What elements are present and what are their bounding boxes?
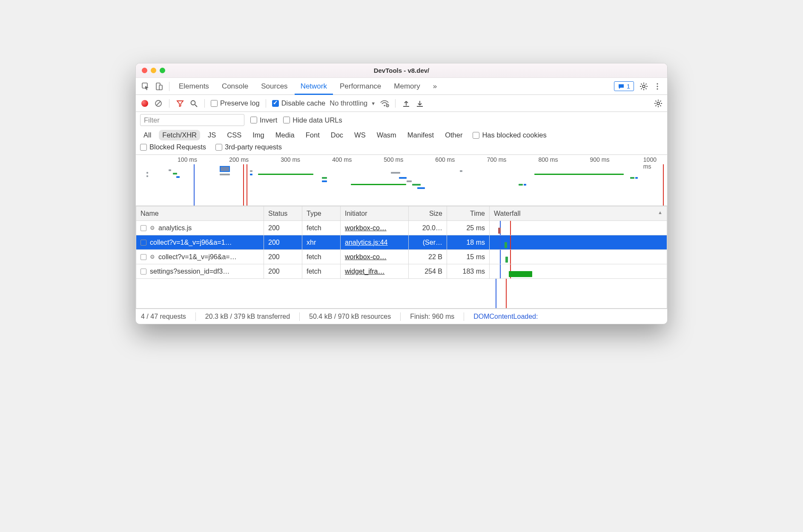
col-time[interactable]: Time xyxy=(447,206,490,221)
filter-bar: Filter Invert Hide data URLs xyxy=(136,112,667,128)
svg-point-17 xyxy=(191,100,195,105)
type-chip-other[interactable]: Other xyxy=(442,130,466,140)
table-row[interactable]: settings?session_id=df3…200fetchwidget_i… xyxy=(136,264,667,279)
col-initiator[interactable]: Initiator xyxy=(341,206,409,221)
tab-sources[interactable]: Sources xyxy=(255,78,293,95)
type-chip-ws[interactable]: WS xyxy=(351,130,369,140)
status-bar: 4 / 47 requests 20.3 kB / 379 kB transfe… xyxy=(136,309,667,324)
status-resources: 50.4 kB / 970 kB resources xyxy=(309,313,391,320)
initiator-link[interactable]: workbox-co… xyxy=(345,253,387,260)
divider xyxy=(169,82,169,91)
hide-data-urls-label: Hide data URLs xyxy=(293,116,342,124)
status-finish: Finish: 960 ms xyxy=(410,313,454,320)
type-chip-media[interactable]: Media xyxy=(272,130,298,140)
type-chip-doc[interactable]: Doc xyxy=(327,130,347,140)
kebab-menu-icon[interactable] xyxy=(651,80,664,93)
timeline-tick: 900 ms xyxy=(590,156,610,163)
svg-line-8 xyxy=(641,83,642,84)
inspect-element-icon[interactable] xyxy=(139,80,152,93)
tab-console[interactable]: Console xyxy=(216,78,254,95)
col-type[interactable]: Type xyxy=(302,206,341,221)
preserve-log-checkbox[interactable]: Preserve log xyxy=(211,99,260,107)
filter-input[interactable]: Filter xyxy=(140,114,244,126)
clear-icon[interactable] xyxy=(154,99,163,108)
type-chip-font[interactable]: Font xyxy=(302,130,323,140)
more-tabs-icon: » xyxy=(433,82,437,91)
filter-placeholder: Filter xyxy=(144,116,160,124)
col-name[interactable]: Name xyxy=(136,206,264,221)
tab-overflow[interactable]: » xyxy=(427,78,443,95)
timeline-overview[interactable]: 100 ms200 ms300 ms400 ms500 ms600 ms700 … xyxy=(136,155,667,206)
invert-label: Invert xyxy=(260,116,277,124)
svg-line-32 xyxy=(660,100,661,101)
filter-icon[interactable] xyxy=(175,99,185,108)
initiator-link[interactable]: widget_ifra… xyxy=(345,268,384,275)
col-waterfall[interactable]: Waterfall xyxy=(490,206,667,221)
initiator-link[interactable]: analytics.js:44 xyxy=(345,239,388,246)
table-row[interactable]: ⚙analytics.js200fetchworkbox-co…20.0…25 … xyxy=(136,221,667,235)
svg-point-24 xyxy=(657,102,660,105)
table-row[interactable]: collect?v=1&_v=j96&a=1…200xhranalytics.j… xyxy=(136,235,667,250)
search-icon[interactable] xyxy=(189,99,198,108)
tab-memory[interactable]: Memory xyxy=(388,78,426,95)
status-requests: 4 / 47 requests xyxy=(141,313,186,320)
tab-performance[interactable]: Performance xyxy=(334,78,387,95)
timeline-tick: 700 ms xyxy=(487,156,506,163)
tab-elements[interactable]: Elements xyxy=(173,78,215,95)
col-status[interactable]: Status xyxy=(264,206,302,221)
blocked-requests-checkbox[interactable]: Blocked Requests xyxy=(140,143,206,151)
requests-table: Name Status Type Initiator Size Time Wat… xyxy=(136,206,667,279)
device-toolbar-icon[interactable] xyxy=(153,80,166,93)
has-blocked-cookies-checkbox[interactable]: Has blocked cookies xyxy=(473,131,546,139)
invert-checkbox[interactable]: Invert xyxy=(250,116,277,124)
initiator-link[interactable]: workbox-co… xyxy=(345,224,387,232)
col-size[interactable]: Size xyxy=(409,206,447,221)
hide-data-urls-checkbox[interactable]: Hide data URLs xyxy=(283,116,342,124)
settings-icon[interactable] xyxy=(637,80,650,93)
svg-line-30 xyxy=(660,105,661,106)
close-window-button[interactable] xyxy=(142,68,147,73)
window-title: DevTools - v8.dev/ xyxy=(136,67,667,74)
timeline-tick: 500 ms xyxy=(384,156,403,163)
svg-point-21 xyxy=(387,105,388,106)
minimize-window-button[interactable] xyxy=(151,68,156,73)
svg-line-18 xyxy=(195,105,197,107)
third-party-checkbox[interactable]: 3rd-party requests xyxy=(215,143,282,151)
download-har-icon[interactable] xyxy=(415,99,424,108)
svg-point-12 xyxy=(657,83,658,84)
type-chip-all[interactable]: All xyxy=(140,130,155,140)
svg-line-9 xyxy=(645,88,646,89)
upload-har-icon[interactable] xyxy=(402,99,411,108)
file-icon xyxy=(141,240,146,246)
type-chip-manifest[interactable]: Manifest xyxy=(404,130,437,140)
type-chip-css[interactable]: CSS xyxy=(224,130,245,140)
tab-network[interactable]: Network xyxy=(295,78,333,95)
gear-icon: ⚙ xyxy=(150,225,155,231)
record-button[interactable] xyxy=(140,99,149,108)
issues-count: 1 xyxy=(627,83,630,90)
network-settings-icon[interactable] xyxy=(654,99,663,108)
type-chip-img[interactable]: Img xyxy=(249,130,268,140)
disable-cache-checkbox[interactable]: Disable cache xyxy=(272,99,326,107)
table-row[interactable]: ⚙collect?v=1&_v=j96&a=…200fetchworkbox-c… xyxy=(136,250,667,264)
throttling-value: No throttling xyxy=(330,99,367,107)
throttling-select[interactable]: No throttling ▼ xyxy=(330,99,376,107)
svg-line-29 xyxy=(656,100,657,101)
message-icon xyxy=(618,83,625,90)
svg-line-10 xyxy=(641,88,642,89)
svg-rect-2 xyxy=(159,85,162,90)
type-chip-js[interactable]: JS xyxy=(204,130,219,140)
disable-cache-label: Disable cache xyxy=(281,99,326,107)
network-conditions-icon[interactable] xyxy=(380,99,389,108)
status-transferred: 20.3 kB / 379 kB transferred xyxy=(205,313,290,320)
file-icon xyxy=(141,269,146,275)
svg-line-31 xyxy=(656,105,657,106)
maximize-window-button[interactable] xyxy=(160,68,165,73)
timeline-tick: 200 ms xyxy=(229,156,249,163)
type-chip-fetch-xhr[interactable]: Fetch/XHR xyxy=(159,130,200,140)
type-chip-wasm[interactable]: Wasm xyxy=(373,130,400,140)
svg-point-19 xyxy=(384,105,385,106)
filter-subrow: Blocked Requests 3rd-party requests xyxy=(136,141,667,155)
issues-badge[interactable]: 1 xyxy=(614,81,634,91)
file-icon xyxy=(141,254,146,260)
